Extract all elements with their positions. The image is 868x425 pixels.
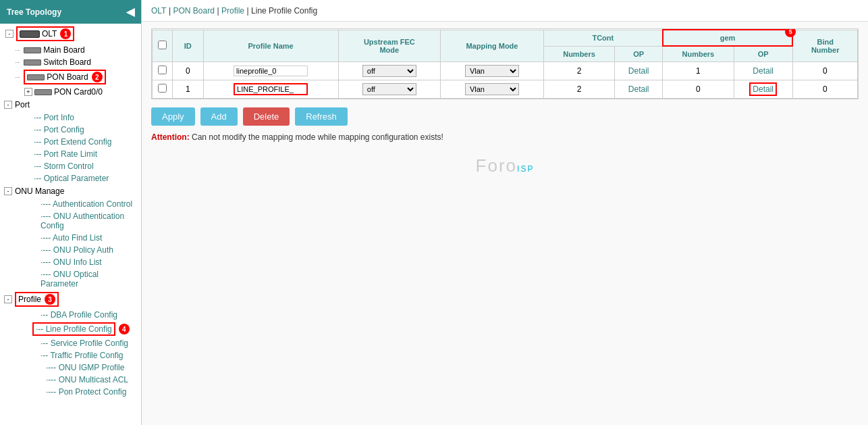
pon-board-badge: 2 [92, 72, 103, 82]
sidebar-header: Tree Topology ◀ [0, 0, 141, 24]
refresh-button[interactable]: Refresh [295, 107, 348, 126]
traffic-profile-config-link[interactable]: ·-- Traffic Profile Config [0, 349, 141, 361]
authentication-control-link[interactable]: ·--- Authentication Control [0, 198, 141, 210]
row0-fec-select[interactable]: off on [362, 65, 416, 77]
row0-mapping-select[interactable]: Vlan GEM ToCont [465, 65, 519, 77]
row0-profile-name-input[interactable] [234, 66, 308, 76]
expand-onu-btn[interactable]: - [4, 187, 12, 195]
tree-node-pon-card[interactable]: + PON Card0/0 [0, 86, 141, 98]
service-profile-config-link[interactable]: ·-- Service Profile Config [0, 337, 141, 349]
row1-gem-numbers: 0 [663, 80, 734, 99]
auto-find-list-link[interactable]: ·--- Auto Find List [0, 232, 141, 244]
row1-bind-number: 0 [792, 80, 857, 99]
th-tcont-op: OP [615, 46, 663, 62]
switch-board-label[interactable]: Switch Board [43, 57, 91, 67]
row1-tcont-detail-link[interactable]: Detail [628, 84, 649, 94]
row0-tcont-op: Detail [615, 62, 663, 80]
th-gem: gem 5 [663, 30, 793, 46]
profile-section-badge: 3 [45, 294, 55, 305]
watermark: ForoISP [151, 155, 859, 176]
profile-section-label[interactable]: Profile [18, 295, 41, 304]
row0-profile-name [203, 62, 338, 80]
optical-parameter-link[interactable]: ·-- Optical Parameter [0, 172, 141, 184]
onu-optical-param-link[interactable]: ·--- ONU Optical Parameter [0, 268, 141, 290]
pon-board-label[interactable]: PON Board [47, 72, 88, 82]
storm-control-link[interactable]: ·-- Storm Control [0, 160, 141, 172]
port-section-label: Port [15, 100, 30, 109]
row1-gem-op: Detail [734, 80, 792, 99]
olt-label[interactable]: OLT [42, 29, 57, 39]
delete-button[interactable]: Delete [243, 107, 290, 126]
expand-olt-btn[interactable]: - [5, 30, 13, 38]
line-profile-table: ID Profile Name Upstream FECMode Mapping… [152, 29, 858, 99]
onu-igmp-profile-link[interactable]: ·--- ONU IGMP Profile [0, 361, 141, 374]
row1-checkbox[interactable] [158, 84, 167, 93]
apply-button[interactable]: Apply [151, 107, 195, 126]
profile-section-header[interactable]: - Profile 3 [0, 290, 141, 309]
watermark-isp: ISP [517, 164, 534, 174]
row1-id: 1 [173, 80, 204, 99]
row1-fec-cell: off on [338, 80, 440, 99]
row1-profile-name-input[interactable] [234, 83, 308, 95]
expand-profile-btn[interactable]: - [4, 295, 12, 303]
line-profile-badge: 4 [119, 324, 130, 334]
tree-node-olt[interactable]: - OLT 1 [0, 24, 141, 44]
main-board-icon [24, 47, 41, 53]
expand-poncard-btn[interactable]: + [24, 88, 32, 96]
row0-tcont-numbers: 2 [543, 62, 614, 80]
row0-mapping-cell: Vlan GEM ToCont [440, 62, 543, 80]
breadcrumb: OLT | PON Board | Profile | Line Profile… [142, 0, 868, 22]
row1-tcont-op: Detail [615, 80, 663, 99]
pon-protect-config-link[interactable]: ·--- Pon Protect Config [0, 386, 141, 398]
row1-gem-detail-link[interactable]: Detail [749, 82, 777, 96]
th-tcont: TCont [543, 30, 662, 46]
th-gem-numbers: Numbers [663, 46, 734, 62]
port-section-header[interactable]: - Port [0, 98, 141, 111]
row1-profile-name [203, 80, 338, 99]
breadcrumb-pon-board[interactable]: PON Board [173, 6, 215, 16]
attention-prefix: Attention: [151, 132, 190, 142]
sidebar: Tree Topology ◀ - OLT 1 ·- Main Board ·-… [0, 0, 142, 425]
olt-device-icon [20, 30, 40, 38]
row0-id: 0 [173, 62, 204, 80]
onu-info-list-link[interactable]: ·--- ONU Info List [0, 256, 141, 268]
row0-checkbox-cell [153, 62, 173, 80]
row0-bind-number: 0 [792, 62, 857, 80]
tree-node-main-board[interactable]: ·- Main Board [0, 44, 141, 56]
port-info-link[interactable]: ·-- Port Info [0, 111, 141, 124]
attention-text-body: Can not modify the mapping mode while ma… [192, 132, 443, 142]
table-row: 0 off on [153, 62, 858, 80]
row0-gem-detail-link[interactable]: Detail [753, 66, 774, 76]
tree-node-pon-board[interactable]: ·- PON Board 2 [0, 68, 141, 86]
onu-auth-config-link[interactable]: ·--- ONU Authentication Config [0, 210, 141, 232]
content-area: OLT | PON Board | Profile | Line Profile… [142, 0, 868, 425]
onu-multicast-acl-link[interactable]: ·--- ONU Multicast ACL [0, 374, 141, 386]
port-rate-limit-link[interactable]: ·-- Port Rate Limit [0, 148, 141, 160]
dba-profile-config-link[interactable]: ·-- DBA Profile Config [0, 309, 141, 321]
add-button[interactable]: Add [200, 107, 238, 126]
th-gem-op: OP [734, 46, 792, 62]
pon-card-icon [34, 89, 52, 95]
onu-policy-auth-link[interactable]: ·--- ONU Policy Auth [0, 244, 141, 256]
row1-fec-select[interactable]: off on [362, 83, 416, 95]
port-config-link[interactable]: ·-- Port Config [0, 124, 141, 136]
line-profile-config-link[interactable]: ·-- Line Profile Config 4 [0, 321, 141, 337]
port-extend-config-link[interactable]: ·-- Port Extend Config [0, 136, 141, 148]
th-profile-name: Profile Name [203, 30, 338, 62]
row1-mapping-cell: Vlan GEM ToCont [440, 80, 543, 99]
breadcrumb-olt[interactable]: OLT [151, 6, 166, 16]
tree-node-switch-board[interactable]: ·- Switch Board [0, 56, 141, 68]
pon-card-label[interactable]: PON Card0/0 [54, 87, 103, 97]
main-board-label[interactable]: Main Board [43, 45, 84, 55]
select-all-checkbox[interactable] [158, 41, 167, 49]
row0-checkbox[interactable] [158, 66, 167, 74]
row0-gem-numbers: 1 [663, 62, 734, 80]
row1-mapping-select[interactable]: Vlan GEM ToCont [465, 83, 519, 95]
onu-manage-section-header[interactable]: - ONU Manage [0, 184, 141, 198]
collapse-arrow-icon[interactable]: ◀ [126, 5, 134, 18]
breadcrumb-profile[interactable]: Profile [221, 6, 244, 16]
row0-tcont-detail-link[interactable]: Detail [628, 66, 649, 76]
expand-port-btn[interactable]: - [4, 101, 12, 109]
th-upstream-fec: Upstream FECMode [338, 30, 440, 62]
breadcrumb-current: Line Profile Config [251, 6, 317, 16]
